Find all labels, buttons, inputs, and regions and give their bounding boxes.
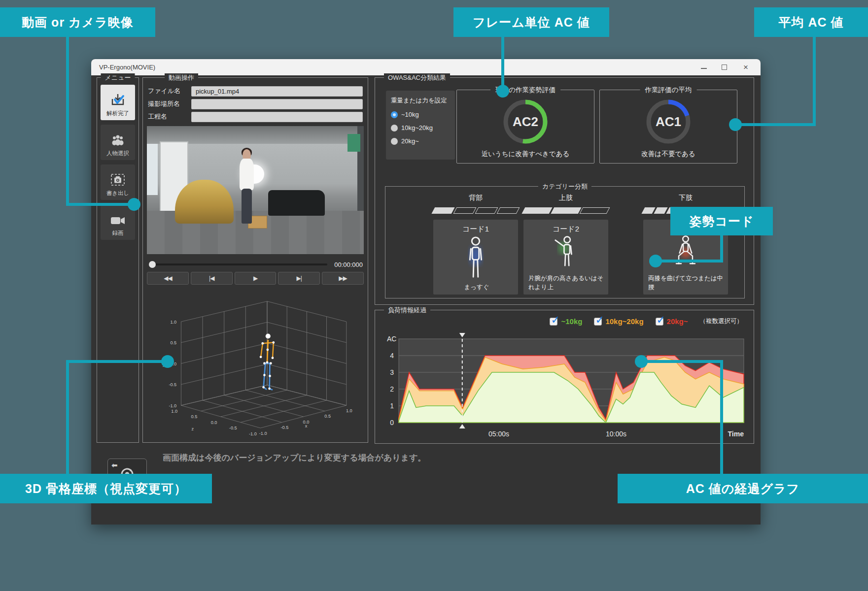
weight-option-1[interactable]: 10kg~20kg: [391, 124, 450, 131]
process-input[interactable]: [191, 112, 363, 122]
svg-text:0.5: 0.5: [170, 340, 176, 345]
legend-20kg[interactable]: 20kg~: [656, 317, 688, 326]
person-figure: [234, 149, 260, 224]
seek-slider[interactable]: [149, 263, 327, 265]
location-input[interactable]: [191, 99, 363, 109]
segment-bar-upper: [523, 207, 608, 214]
app-window: VP-Ergono(MOVIE) × メニュー 解析完了: [91, 59, 761, 525]
code-card-back: コード1 まっすぐ: [433, 220, 518, 295]
code-desc: 両膝を曲げて立つまたは中腰: [648, 274, 725, 292]
callout-ac-graph-line-v: [720, 363, 723, 474]
callout-ac-graph-line-h: [642, 360, 723, 363]
svg-text:10:00s: 10:00s: [606, 430, 626, 438]
category-groupbox: カテゴリー分類 背部 コード1: [385, 186, 745, 298]
location-row: 撮影場所名: [148, 98, 363, 109]
callout-posture-code: 姿勢コード: [670, 207, 773, 235]
owas-groupbox: OWAS&AC分類結果 重量または力を設定 ~10kg 10kg~20kg 20…: [375, 77, 754, 305]
checkbox-checked-icon: [656, 318, 663, 326]
radio-icon: [391, 125, 398, 131]
weight-option-0[interactable]: ~10kg: [391, 111, 450, 118]
callout-3d-skeleton: 3D 骨格座標（視点変更可）: [0, 474, 212, 503]
callout-frame-ac: フレーム単位 AC 値: [453, 7, 609, 37]
seek-slider-thumb[interactable]: [149, 261, 156, 268]
legend-label: 10kg~20kg: [605, 317, 643, 326]
location-label: 撮影場所名: [148, 99, 186, 108]
svg-text:-0.5: -0.5: [229, 426, 237, 430]
next-frame-button[interactable]: ▶|: [278, 272, 320, 285]
person-torso: [240, 159, 254, 190]
menu-item-label: 録画: [112, 230, 124, 237]
svg-text:-1.0: -1.0: [169, 403, 176, 408]
scene-poster: [347, 134, 360, 152]
callout-posture-code-line-h: [659, 260, 723, 263]
category-back: 背部 コード1: [433, 194, 518, 295]
code-desc: まっすぐ: [438, 283, 515, 292]
menu-item-record[interactable]: 録画: [101, 204, 135, 240]
callout-frame-ac-label: フレーム単位 AC 値: [473, 14, 590, 31]
code-desc: 片腕が肩の高さあるいはそれより上: [528, 274, 605, 292]
video-camera-icon: [110, 215, 126, 227]
legend-note: （複数選択可）: [700, 317, 743, 326]
legend-label: 20kg~: [667, 317, 688, 326]
menu-group-label: メニュー: [101, 73, 135, 82]
svg-text:2: 2: [390, 385, 394, 393]
current-evaluation-box: 現在の作業姿勢評価 AC2 近いうちに改善すべきである: [456, 90, 594, 164]
svg-text:05:00s: 05:00s: [488, 430, 509, 438]
svg-text:z: z: [192, 427, 194, 431]
weight-option-label: 10kg~20kg: [401, 124, 433, 131]
window-title: VP-Ergono(MOVIE): [99, 64, 701, 71]
callout-3d-skeleton-label: 3D 骨格座標（視点変更可）: [25, 481, 187, 497]
maximize-button[interactable]: [722, 65, 727, 70]
code-card-upper: コード2 片腕が肩の高さあるいはそれより上: [523, 220, 608, 295]
svg-text:1.0: 1.0: [170, 320, 176, 325]
code-title: コード1: [433, 225, 518, 234]
skeleton-3d-plot[interactable]: 1.00.50.0-0.5-1.0y1.00.50.0-0.5-1.0z-1.0…: [148, 295, 364, 439]
legend-10kg[interactable]: ~10kg: [550, 317, 582, 326]
prev-frame-button[interactable]: |◀: [191, 272, 233, 285]
filename-input[interactable]: [191, 86, 363, 97]
radio-icon: [391, 138, 398, 145]
callout-posture-code-label: 姿勢コード: [689, 213, 754, 230]
timecode: 00:00:000: [334, 261, 363, 268]
people-icon: [110, 134, 125, 147]
ac-desc-average: 改善は不要である: [600, 150, 737, 159]
filename-label: ファイル名: [148, 87, 186, 96]
svg-text:1.0: 1.0: [346, 408, 352, 413]
radio-icon: [391, 111, 398, 118]
filename-row: ファイル名: [148, 86, 363, 97]
weight-option-label: ~10kg: [401, 111, 419, 118]
menu-groupbox: メニュー 解析完了 人物選択: [97, 77, 139, 443]
callout-video: 動画 or カメラ映像: [0, 7, 155, 37]
callout-avg-ac-line-h: [737, 123, 816, 126]
owas-group-label: OWAS&AC分類結果: [384, 73, 450, 82]
svg-text:0.5: 0.5: [324, 414, 331, 419]
download-check-icon: [110, 93, 125, 107]
close-button[interactable]: ×: [742, 64, 750, 71]
minimize-button[interactable]: [701, 66, 707, 69]
callout-avg-ac-line-v: [813, 37, 816, 126]
category-name: 下肢: [643, 194, 728, 202]
menu-item-person-select[interactable]: 人物選択: [101, 125, 135, 160]
svg-text:-1.0: -1.0: [259, 431, 267, 436]
menu-item-export[interactable]: 書き出し: [101, 164, 135, 200]
svg-text:-0.5: -0.5: [280, 425, 288, 430]
callout-video-dot: [128, 198, 140, 211]
person-legs: [242, 189, 252, 224]
footer-note: 画面構成は今後のバージョンアップにより変更する場合があります。: [163, 452, 426, 463]
svg-text:Time: Time: [728, 430, 744, 438]
menu-item-analysis-done[interactable]: 解析完了: [101, 85, 135, 120]
load-graph-groupbox: 負荷情報経過 ~10kg 10kg~20kg 20kg~ （複数選択可） AC …: [375, 310, 754, 444]
callout-avg-ac-dot: [729, 118, 742, 131]
fast-forward-button[interactable]: ▶▶: [322, 272, 364, 285]
legend-label: ~10kg: [561, 317, 582, 326]
rewind-button[interactable]: ◀◀: [147, 272, 189, 285]
callout-3d-dot: [161, 355, 174, 368]
weight-setting-title: 重量または力を設定: [391, 97, 450, 105]
callout-frame-ac-dot: [496, 85, 509, 98]
svg-text:1: 1: [390, 402, 394, 410]
svg-text:0: 0: [390, 419, 394, 427]
legend-10-20kg[interactable]: 10kg~20kg: [594, 317, 643, 326]
play-button[interactable]: ▶: [235, 272, 277, 285]
category-upper: 上肢 コード2: [523, 194, 608, 295]
weight-option-2[interactable]: 20kg~: [391, 137, 450, 145]
